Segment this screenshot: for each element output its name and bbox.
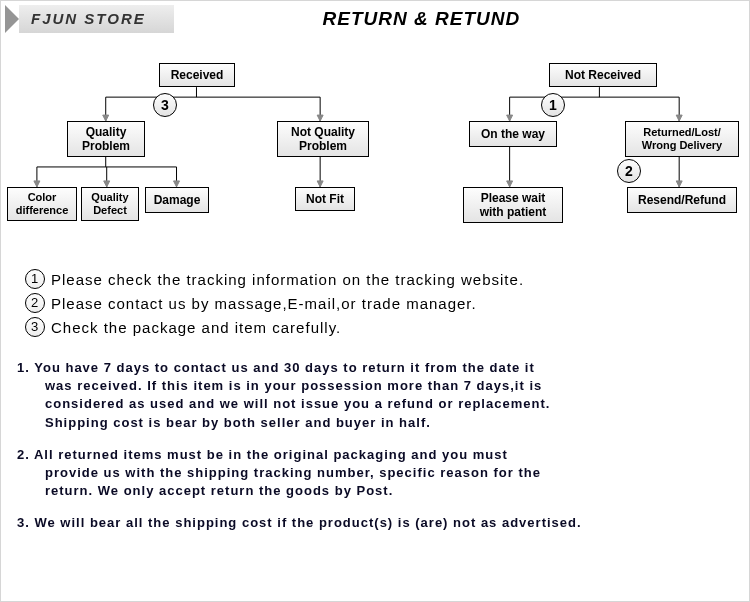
policy-2: 2. All returned items must be in the ori… [17, 446, 733, 501]
policy-2-line-a: All returned items must be in the origin… [34, 447, 508, 462]
svg-marker-18 [34, 181, 40, 187]
flow-diagram: Received 3 Quality Problem Not Quality P… [1, 37, 749, 257]
svg-marker-21 [317, 181, 323, 187]
policy-1: 1. You have 7 days to contact us and 30 … [17, 359, 733, 432]
policy-1-label: 1. [17, 360, 30, 375]
policy-1-line-c: considered as used and we will not issue… [17, 395, 733, 413]
note-2-number: 2 [25, 293, 45, 313]
store-name: FJUN STORE [19, 5, 174, 33]
notes-section: 1 Please check the tracking information … [1, 257, 749, 337]
step-circle-2: 2 [617, 159, 641, 183]
store-banner: FJUN STORE [5, 5, 174, 33]
banner-chevron-icon [5, 5, 19, 33]
policy-1-line-d: Shipping cost is bear by both seller and… [17, 414, 733, 432]
note-3-number: 3 [25, 317, 45, 337]
note-3: 3 Check the package and item carefully. [25, 317, 725, 337]
note-1: 1 Please check the tracking information … [25, 269, 725, 289]
note-1-text: Please check the tracking information on… [51, 271, 524, 288]
policy-1-line-a: You have 7 days to contact us and 30 day… [34, 360, 535, 375]
step-circle-1: 1 [541, 93, 565, 117]
policy-2-label: 2. [17, 447, 30, 462]
node-damage: Damage [145, 187, 209, 213]
policy-1-line-b: was received. If this item is in your po… [17, 377, 733, 395]
node-quality-defect: Quality Defect [81, 187, 139, 221]
policy-2-line-c: return. We only accept return the goods … [17, 482, 733, 500]
note-1-number: 1 [25, 269, 45, 289]
node-not-received: Not Received [549, 63, 657, 87]
note-3-text: Check the package and item carefully. [51, 319, 341, 336]
node-not-quality-problem: Not Quality Problem [277, 121, 369, 157]
policy-2-line-b: provide us with the shipping tracking nu… [17, 464, 733, 482]
note-2-text: Please contact us by massage,E-mail,or t… [51, 295, 477, 312]
node-on-the-way: On the way [469, 121, 557, 147]
node-not-fit: Not Fit [295, 187, 355, 211]
node-color-difference: Color difference [7, 187, 77, 221]
note-2: 2 Please contact us by massage,E-mail,or… [25, 293, 725, 313]
node-returned-lost: Returned/Lost/ Wrong Delivery [625, 121, 739, 157]
page-title: RETURN & RETUND [174, 8, 749, 30]
header: FJUN STORE RETURN & RETUND [1, 1, 749, 37]
svg-marker-19 [104, 181, 110, 187]
policy-section: 1. You have 7 days to contact us and 30 … [1, 341, 749, 533]
node-please-wait: Please wait with patient [463, 187, 563, 223]
svg-marker-25 [676, 181, 682, 187]
node-received: Received [159, 63, 235, 87]
node-resend-refund: Resend/Refund [627, 187, 737, 213]
policy-3-label: 3. [17, 515, 30, 530]
policy-3: 3. We will bear all the shipping cost if… [17, 514, 733, 532]
svg-marker-24 [507, 181, 513, 187]
node-quality-problem: Quality Problem [67, 121, 145, 157]
policy-3-line-a: We will bear all the shipping cost if th… [34, 515, 581, 530]
svg-marker-20 [174, 181, 180, 187]
step-circle-3: 3 [153, 93, 177, 117]
